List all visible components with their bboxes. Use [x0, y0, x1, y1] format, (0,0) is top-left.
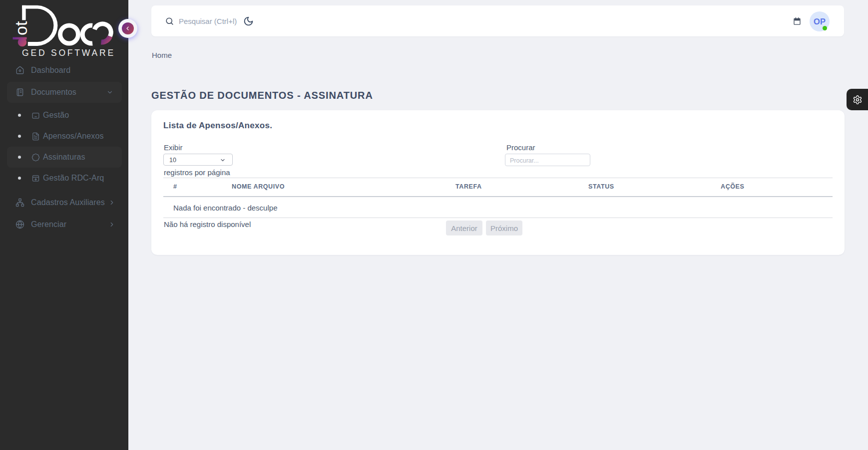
svg-text:GED SOFTWARE: GED SOFTWARE	[22, 48, 115, 58]
svg-text:ot: ot	[11, 21, 30, 35]
